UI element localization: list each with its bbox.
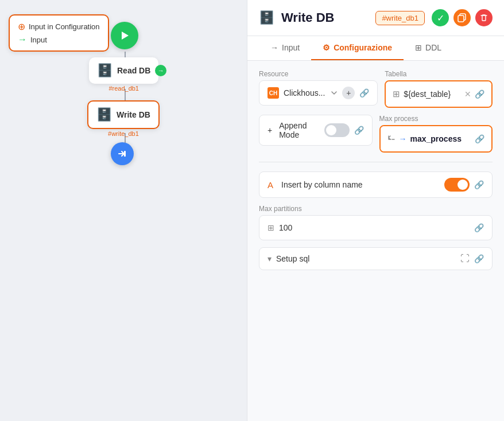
max-partitions-value: 100 [279, 223, 470, 232]
max-partitions-field[interactable]: ⊞ 100 🔗 [259, 215, 493, 240]
delete-button[interactable] [475, 9, 493, 26]
panel-content: Resource CH Clickhous... + 🔗 Tabella ⊞ [247, 61, 504, 279]
max-process-value: max_process [410, 134, 472, 143]
tabella-link-icon[interactable]: 🔗 [475, 89, 484, 99]
dropdown-icon [331, 89, 338, 96]
append-mode-field: + Append Mode 🔗 [259, 115, 373, 146]
right-panel: 🗄️ Write DB #write_db1 ✓ → Input ⚙ [247, 0, 504, 421]
tabella-label: Tabella [385, 70, 493, 78]
append-mode-link[interactable]: 🔗 [354, 126, 364, 135]
input-icon: → [18, 34, 27, 45]
tab-config-label: Configurazione [334, 43, 392, 52]
tabs-row: → Input ⚙ Configurazione ⊞ DDL [247, 36, 504, 61]
insert-column-link[interactable]: 🔗 [474, 180, 484, 189]
plus-icon: + [267, 126, 272, 135]
output-node[interactable] [111, 142, 134, 165]
tabella-field[interactable]: ⊞ ${dest_table} ✕ 🔗 [386, 81, 491, 107]
delete-icon [480, 14, 488, 22]
tab-config-icon: ⚙ [323, 43, 330, 52]
tabella-remove-button[interactable]: ✕ [464, 89, 471, 99]
write-db-label: Write DB [117, 110, 150, 119]
svg-marker-3 [122, 32, 129, 40]
insert-by-column-thumb [458, 180, 468, 190]
output-arrow-icon [117, 148, 128, 159]
copy-icon [458, 13, 467, 22]
play-icon [119, 30, 130, 41]
setup-sql-label: Setup sql [276, 254, 456, 263]
max-process-icons: → [387, 134, 407, 143]
append-mode-thumb [326, 125, 336, 135]
max-partitions-group: Max partitions ⊞ 100 🔗 [259, 205, 493, 240]
config-icon: ⊕ [18, 21, 25, 32]
svg-rect-4 [124, 151, 126, 157]
tab-ddl-label: DDL [425, 43, 441, 52]
header-actions: ✓ [432, 9, 493, 26]
max-process-section-label: Max process [379, 115, 493, 123]
tab-input[interactable]: → Input [259, 36, 311, 60]
svg-rect-6 [458, 15, 464, 22]
read-db-connector: → [155, 65, 166, 76]
max-process-link[interactable]: 🔗 [475, 134, 484, 143]
node-id-badge: #write_db1 [375, 11, 425, 25]
setup-sql-row[interactable]: ▾ Setup sql ⛶ 🔗 [259, 247, 493, 270]
append-mode-group: + Append Mode 🔗 [259, 115, 373, 146]
tab-input-icon: → [270, 43, 278, 52]
read-db-label: Read DB [117, 66, 150, 75]
max-process-field[interactable]: → max_process 🔗 [381, 126, 492, 151]
read-db-icon: 🗄️ [97, 63, 113, 78]
play-button[interactable] [111, 22, 138, 49]
write-db-node[interactable]: 🗄️ Write DB #write_db1 [87, 100, 160, 137]
read-db-node[interactable]: 🗄️ Read DB → #read_db1 [89, 57, 158, 92]
input-config-node[interactable]: ⊕ Input in Configuration → Input [9, 14, 109, 52]
tabella-group: Tabella ⊞ ${dest_table} ✕ 🔗 [385, 70, 493, 108]
input-config-row: ⊕ Input in Configuration [18, 21, 100, 32]
resource-field[interactable]: CH Clickhous... + 🔗 [259, 80, 378, 106]
insert-by-column-label: Insert by column name [281, 180, 440, 189]
append-mode-toggle[interactable] [324, 123, 350, 137]
write-db-id: #write_db1 [108, 130, 139, 137]
panel-db-icon: 🗄️ [259, 10, 274, 25]
insert-by-column-field: A Insert by column name 🔗 [259, 171, 493, 198]
append-mode-label: Append Mode [279, 121, 319, 139]
resource-link-icon[interactable]: 🔗 [359, 88, 369, 98]
max-partitions-link[interactable]: 🔗 [474, 223, 484, 232]
clickhouse-icon: CH [267, 87, 279, 99]
panel-header: 🗄️ Write DB #write_db1 ✓ [247, 0, 504, 36]
tab-ddl-icon: ⊞ [415, 43, 422, 52]
divider-1 [259, 162, 493, 162]
branch-icon [387, 135, 396, 143]
max-partitions-label: Max partitions [259, 205, 493, 213]
grid-icon: ⊞ [267, 223, 274, 232]
append-maxprocess-row: + Append Mode 🔗 Max process [259, 115, 493, 153]
input-config-label: Input in Configuration [29, 22, 100, 31]
input-row: → Input [18, 34, 47, 45]
max-process-field-wrapper: → max_process 🔗 [379, 125, 493, 153]
confirm-button[interactable]: ✓ [432, 9, 449, 26]
tab-input-label: Input [282, 43, 300, 52]
output-button[interactable] [111, 142, 134, 165]
flow-canvas: ⊕ Input in Configuration → Input 🗄️ Read… [0, 0, 247, 421]
tab-configurazione[interactable]: ⚙ Configurazione [311, 36, 404, 60]
chevron-icon: ▾ [267, 254, 272, 263]
resource-tabella-row: Resource CH Clickhous... + 🔗 Tabella ⊞ [259, 70, 493, 108]
tabella-field-wrapper: ⊞ ${dest_table} ✕ 🔗 [385, 80, 493, 108]
resource-label: Resource [259, 70, 378, 78]
setup-sql-link[interactable]: 🔗 [474, 254, 484, 263]
tabella-value: ${dest_table} [404, 89, 461, 99]
input-label: Input [30, 36, 47, 44]
clickhouse-value: Clickhous... [284, 88, 325, 98]
expand-icon[interactable]: ⛶ [460, 254, 470, 264]
panel-title: Write DB [281, 10, 369, 25]
play-node[interactable] [111, 22, 138, 49]
max-process-group: Max process → max_process 🔗 [379, 115, 493, 153]
resource-add-button[interactable]: + [342, 87, 355, 99]
font-icon: A [267, 180, 273, 190]
resource-group: Resource CH Clickhous... + 🔗 [259, 70, 378, 106]
read-db-id: #read_db1 [108, 85, 139, 92]
insert-by-column-toggle[interactable] [444, 178, 470, 192]
copy-button[interactable] [453, 9, 471, 26]
table-icon: ⊞ [393, 89, 400, 99]
tab-ddl[interactable]: ⊞ DDL [404, 36, 453, 60]
write-db-icon: 🗄️ [96, 107, 112, 122]
